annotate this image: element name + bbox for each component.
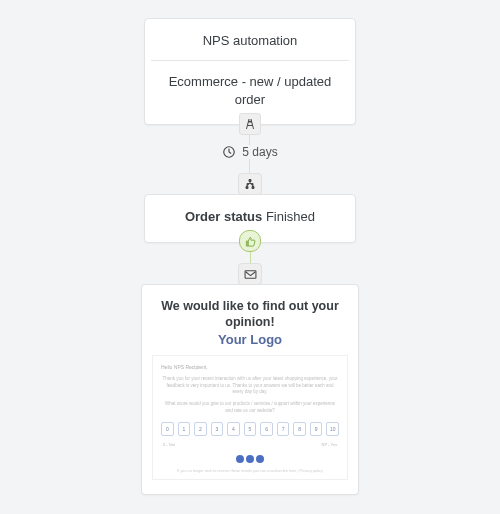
- nps-scale: 012345678910: [161, 422, 339, 436]
- email-footer: If you no longer wish to receive these e…: [161, 469, 339, 473]
- trigger-card[interactable]: NPS automation Ecommerce - new / updated…: [144, 18, 356, 125]
- nps-cell: 4: [227, 422, 240, 436]
- divider: [151, 60, 349, 61]
- nps-cell: 0: [161, 422, 174, 436]
- email-body-1: Thank you for your recent interaction wi…: [161, 376, 339, 395]
- condition-text: Order status Finished: [157, 209, 343, 224]
- condition-field: Order status: [185, 209, 262, 224]
- svg-rect-3: [252, 187, 254, 189]
- nps-cell: 6: [260, 422, 273, 436]
- scale-low: 0 - Not: [163, 442, 175, 447]
- nps-scale-labels: 0 - Not NP - Yes: [161, 442, 339, 451]
- social-icons: [161, 455, 339, 463]
- delay-label: 5 days: [242, 145, 277, 159]
- nps-cell: 9: [310, 422, 323, 436]
- svg-rect-1: [249, 180, 251, 182]
- condition-value: Finished: [266, 209, 315, 224]
- nps-cell: 8: [293, 422, 306, 436]
- envelope-icon: [238, 263, 262, 285]
- clock-icon: [222, 145, 236, 159]
- trigger-title: NPS automation: [157, 33, 343, 48]
- scale-high: NP - Yes: [322, 442, 338, 447]
- thumbs-up-icon: [239, 230, 261, 252]
- email-headline: We would like to find out your opinion!: [152, 299, 348, 330]
- nps-cell: 7: [277, 422, 290, 436]
- connector: 5 days: [222, 125, 277, 194]
- svg-rect-2: [246, 187, 248, 189]
- svg-rect-4: [245, 270, 256, 278]
- email-greeting: Hello NPS Recipient,: [161, 364, 339, 370]
- email-body-2: What score would you give to our product…: [161, 401, 339, 414]
- sitemap-icon: [238, 173, 262, 195]
- road-icon: [239, 113, 261, 135]
- nps-cell: 5: [244, 422, 257, 436]
- social-icon: [256, 455, 264, 463]
- nps-cell: 10: [326, 422, 339, 436]
- flow-line: [249, 159, 250, 173]
- social-icon: [246, 455, 254, 463]
- delay-step[interactable]: 5 days: [222, 145, 277, 159]
- nps-cell: 1: [178, 422, 191, 436]
- nps-cell: 2: [194, 422, 207, 436]
- email-logo: Your Logo: [152, 332, 348, 347]
- social-icon: [236, 455, 244, 463]
- trigger-subtitle: Ecommerce - new / updated order: [157, 73, 343, 108]
- condition-card[interactable]: Order status Finished: [144, 194, 356, 243]
- nps-cell: 3: [211, 422, 224, 436]
- email-preview: Hello NPS Recipient, Thank you for your …: [152, 355, 348, 479]
- email-card[interactable]: We would like to find out your opinion! …: [141, 284, 359, 495]
